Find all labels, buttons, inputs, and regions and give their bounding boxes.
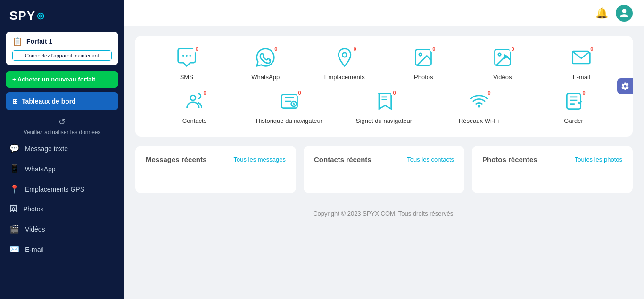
menu-videos[interactable]: 🎬Vidéos <box>0 219 124 239</box>
logo-text: SPY <box>9 8 35 23</box>
whatsapp-badge: 0 <box>272 45 280 53</box>
svg-point-3 <box>342 53 347 57</box>
all-messages-link[interactable]: Tous les messages <box>233 156 286 163</box>
whatsapp-label: WhatsApp <box>251 73 280 81</box>
footer: Copyright © 2023 SPYX.COM. Tous droits r… <box>135 202 633 221</box>
all-photos-link[interactable]: Toutes les photos <box>575 156 622 163</box>
logo-icon: ⊛ <box>36 10 45 22</box>
videos-badge: 0 <box>509 45 517 53</box>
photos-icon-wrap: 0 <box>413 47 434 70</box>
stat-keeper[interactable]: 0 Garder <box>528 91 619 125</box>
sms-badge: 0 <box>193 45 201 53</box>
recent-messages-header: Messages récents Tous les messages <box>146 155 286 163</box>
photos-label: Photos <box>414 73 433 81</box>
email-label: E-mail <box>573 73 590 81</box>
menu-email-label: E-mail <box>25 246 44 253</box>
forfait-title: Forfait 1 <box>26 38 52 45</box>
stat-browser-bookmark[interactable]: 0 Signet du navigateur <box>339 91 429 125</box>
menu-email-icon: ✉️ <box>9 244 19 254</box>
menu-photos-icon: 🖼 <box>9 204 17 214</box>
menu-whatsapp[interactable]: 📱WhatsApp <box>0 159 124 179</box>
svg-point-8 <box>190 95 195 100</box>
dashboard-button[interactable]: ⊞ Tableaux de bord <box>6 92 118 110</box>
sidebar-menu: 💬Message texte📱WhatsApp📍Emplacements GPS… <box>0 138 124 264</box>
stats-row2: 0 Contacts 0 Historique du nav <box>149 91 619 125</box>
photos-badge: 0 <box>430 45 438 53</box>
recent-contacts-card: Contacts récents Tous les contacts <box>304 146 464 193</box>
contacts-icon-wrap: 0 <box>184 91 205 113</box>
stat-contacts[interactable]: 0 Contacts <box>149 91 239 125</box>
keeper-icon-wrap: 0 <box>563 91 584 113</box>
recent-photos-card: Photos récentes Toutes les photos <box>472 146 633 193</box>
dashboard-label: Tableaux de bord <box>22 97 76 105</box>
emplacements-icon-wrap: 0 <box>334 47 355 70</box>
wifi-badge: 0 <box>486 89 493 97</box>
menu-sms-icon: 💬 <box>9 144 19 154</box>
recent-contacts-header: Contacts récents Tous les contacts <box>314 155 454 163</box>
sms-icon-wrap: 0 <box>176 47 197 70</box>
footer-text: Copyright © 2023 SPYX.COM. Tous droits r… <box>313 210 455 217</box>
sms-label: SMS <box>180 73 193 81</box>
recent-messages-title: Messages récents <box>146 155 206 163</box>
avatar[interactable] <box>616 5 633 22</box>
recent-photos-title: Photos récentes <box>482 155 537 163</box>
email-icon-wrap: 0 <box>571 47 592 70</box>
stat-email[interactable]: 0 E-mail <box>545 47 619 81</box>
menu-gps-icon: 📍 <box>9 184 19 194</box>
menu-gps-label: Emplacements GPS <box>25 186 84 193</box>
browser-history-icon-wrap: 0 <box>279 91 300 113</box>
connect-device-button[interactable]: Connectez l'appareil maintenant <box>12 50 112 61</box>
sidebar: SPY ⊛ 📋 Forfait 1 Connectez l'appareil m… <box>0 0 124 299</box>
stat-browser-history[interactable]: 0 Historique du navigateur <box>244 91 334 125</box>
forfait-card: 📋 Forfait 1 Connectez l'appareil mainten… <box>6 32 118 65</box>
videos-label: Vidéos <box>493 73 512 81</box>
stat-videos[interactable]: 0 Vidéos <box>465 47 540 81</box>
svg-point-2 <box>189 55 191 57</box>
recent-contacts-title: Contacts récents <box>314 155 372 163</box>
browser-bookmark-label: Signet du navigateur <box>356 117 412 125</box>
all-contacts-link[interactable]: Tous les contacts <box>407 156 454 163</box>
browser-history-badge: 0 <box>296 89 304 97</box>
stats-card: 0 SMS 0 WhatsApp <box>135 36 633 137</box>
dashboard-grid-icon: ⊞ <box>12 97 18 105</box>
browser-bookmark-icon-wrap: 0 <box>374 91 395 113</box>
svg-point-7 <box>498 53 501 56</box>
svg-rect-12 <box>567 93 580 109</box>
menu-videos-icon: 🎬 <box>9 224 19 234</box>
menu-email[interactable]: ✉️E-mail <box>0 239 124 259</box>
menu-gps[interactable]: 📍Emplacements GPS <box>0 179 124 199</box>
svg-point-0 <box>182 55 184 57</box>
settings-float-button[interactable] <box>617 78 633 94</box>
email-badge: 0 <box>588 45 595 53</box>
browser-bookmark-badge: 0 <box>391 89 398 97</box>
stat-whatsapp[interactable]: 0 WhatsApp <box>229 47 303 81</box>
refresh-label: Veuillez actualiser les données <box>23 129 100 136</box>
notification-icon[interactable]: 🔔 <box>595 7 608 19</box>
content-area: 0 SMS 0 WhatsApp <box>124 26 644 299</box>
stat-emplacements[interactable]: 0 Emplacements <box>307 47 382 81</box>
logo-area: SPY ⊛ <box>0 0 124 28</box>
svg-point-1 <box>186 55 188 57</box>
svg-point-5 <box>419 53 422 56</box>
menu-videos-label: Vidéos <box>25 226 45 233</box>
wifi-label: Réseaux Wi-Fi <box>459 117 499 125</box>
menu-sms-label: Message texte <box>25 145 68 153</box>
contacts-label: Contacts <box>182 117 206 125</box>
stat-photos[interactable]: 0 Photos <box>387 47 461 81</box>
menu-photos[interactable]: 🖼Photos <box>0 199 124 219</box>
recent-messages-card: Messages récents Tous les messages <box>135 146 296 193</box>
new-forfait-button[interactable]: + Acheter un nouveau forfait <box>6 71 118 88</box>
refresh-section: ↺ Veuillez actualiser les données <box>0 112 124 138</box>
main-area: 🔔 0 SMS <box>124 0 644 299</box>
refresh-icon[interactable]: ↺ <box>58 117 66 127</box>
menu-sms[interactable]: 💬Message texte <box>0 138 124 159</box>
svg-point-11 <box>478 105 480 108</box>
menu-photos-label: Photos <box>23 205 44 213</box>
forfait-doc-icon: 📋 <box>12 36 23 47</box>
contacts-badge: 0 <box>201 89 209 97</box>
stat-wifi[interactable]: 0 Réseaux Wi-Fi <box>434 91 524 125</box>
emplacements-badge: 0 <box>351 45 359 53</box>
stat-sms[interactable]: 0 SMS <box>149 47 224 81</box>
forfait-header: 📋 Forfait 1 <box>12 36 112 47</box>
emplacements-label: Emplacements <box>324 73 365 81</box>
